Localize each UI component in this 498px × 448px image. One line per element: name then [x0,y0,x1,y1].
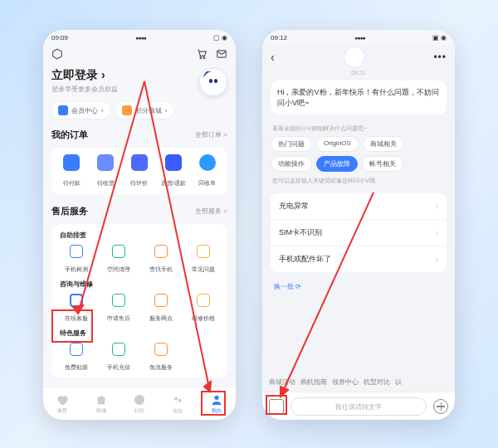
tab-mall[interactable]: 商城 [81,387,120,420]
chip-originos[interactable]: OriginOS [316,136,359,152]
svc-space-clean[interactable]: 空间清理 [97,241,139,278]
bot-avatar [344,46,365,68]
status-right: ▢ ◉ [213,34,227,41]
status-bar: 09:09 ●●●● ▢ ◉ [43,30,236,45]
greeting-bubble: Hi，亲爱的V粉，新年快乐！有什么问题，不妨问问小V吧~ [271,80,447,114]
phone-left-profile: 09:09 ●●●● ▢ ◉ 立即登录 › 登录享受更多会员权益 会员中心 › … [43,30,236,420]
avatar[interactable] [199,68,227,96]
order-recycle[interactable]: 回收单 [190,154,224,188]
cart-icon[interactable] [196,48,208,60]
tab-recommend[interactable]: 推荐 [43,387,81,420]
service-card: 自助排查 手机检测 空间清理 查找手机 常见问题 咨询与维修 在线客服 申请售后… [51,224,227,377]
chevron-right-icon: › [436,228,438,237]
voice-input-field[interactable]: 按住说话转文字 [290,397,427,416]
svg-point-4 [134,395,144,405]
settings-hex-icon[interactable] [51,48,63,60]
svg-point-1 [200,57,202,59]
svc-service-point[interactable]: 服务网点 [139,290,182,327]
order-pending-pay[interactable]: 待付款 [55,154,89,188]
status-bar: 09:12 ●●●● ▣ ◉ [262,30,455,45]
tab-forum[interactable]: 论坛 [159,387,197,420]
tag-item[interactable]: 以 [395,378,402,387]
keyboard-icon[interactable] [269,399,284,414]
back-icon[interactable]: ‹ [271,51,275,64]
status-time: 09:12 [271,34,287,41]
chip-function[interactable]: 功能操作 [271,156,312,172]
hint-capabilities: 看看全能的小V都能解决什么问题吧~ [272,124,445,133]
service-title: 售后服务 [51,205,88,217]
phone-right-chat: 09:12 ●●●● ▣ ◉ ‹ ••• 09:11 Hi，亲爱的V粉，新年快乐… [262,30,455,420]
chip-account[interactable]: 帐号相关 [362,156,403,172]
faq-row[interactable]: 充电异常› [271,193,447,220]
hint-keyword: 您可以直接输入关键词或像这样问小V哦 [272,177,445,185]
bottom-tabbar: 推荐 商城 社区 论坛 我的 [43,387,236,420]
topic-chips: 热门问题 OriginOS 商城相关 功能操作 产品故障 帐号相关 [262,136,455,172]
quick-tags: 商城活动 购机指南 领券中心 机型对比 以 [262,373,455,392]
chat-timestamp: 09:11 [262,70,455,75]
chat-input-bar: 按住说话转文字 [262,392,455,420]
faq-row[interactable]: 手机或配件坏了› [271,246,447,272]
more-icon[interactable]: ••• [433,51,447,63]
order-pending-receive[interactable]: 待收货 [89,154,123,188]
orders-more[interactable]: 全部订单 > [195,130,227,139]
svc-online-support[interactable]: 在线客服 [55,290,97,327]
tab-mine[interactable]: 我的 [198,387,236,420]
svc-free-film[interactable]: 免费贴膜 [55,339,97,376]
svc-phone-check[interactable]: 手机检测 [55,241,97,278]
tag-item[interactable]: 领券中心 [332,378,359,387]
faq-list: 充电异常› SIM卡不识别› 手机或配件坏了› [271,193,447,272]
member-center-pill[interactable]: 会员中心 › [51,102,110,119]
message-icon[interactable] [216,48,227,60]
status-time: 09:09 [51,34,68,41]
svc-recharge[interactable]: 手机充值 [97,339,139,376]
tag-item[interactable]: 购机指南 [300,378,327,387]
status-icons: ●●●● [354,35,365,41]
svc-apply-aftersale[interactable]: 申请售后 [97,290,139,327]
service-more[interactable]: 全部服务 > [195,207,227,216]
chevron-right-icon: › [436,255,438,264]
order-pending-review[interactable]: 待评价 [123,154,157,188]
orders-title: 我的订单 [51,129,88,141]
service-group1-label: 自助排查 [55,229,224,241]
chevron-right-icon: › [436,202,438,211]
svg-point-5 [174,397,178,400]
svc-free-data[interactable]: 免流服务 [139,339,182,376]
status-right: ▣ ◉ [432,34,447,41]
svc-repair-price[interactable]: 维修价格 [182,290,224,327]
svc-find-phone[interactable]: 查找手机 [139,241,182,278]
svg-marker-0 [53,49,62,59]
faq-row[interactable]: SIM卡不识别› [271,220,447,246]
refresh-link[interactable]: 换一批 ⟳ [274,282,443,291]
svg-point-6 [178,398,182,402]
tab-community[interactable]: 社区 [120,387,159,420]
points-mall-pill[interactable]: 积分商城 › [115,102,174,119]
service-group2-label: 咨询与维修 [55,278,224,290]
chip-fault[interactable]: 产品故障 [316,156,358,172]
svg-point-7 [214,395,218,399]
svc-faq[interactable]: 常见问题 [182,241,224,278]
tag-item[interactable]: 商城活动 [269,378,295,387]
chip-hot[interactable]: 热门问题 [271,136,312,152]
orders-row: 待付款 待收货 待评价 退货/退款 回收单 [51,148,227,195]
chip-mall[interactable]: 商城相关 [363,136,404,152]
status-icons: ●●●● [135,35,146,41]
tag-item[interactable]: 机型对比 [364,378,390,387]
order-refund[interactable]: 退货/退款 [156,154,190,188]
service-group3-label: 特色服务 [55,327,224,339]
plus-icon[interactable] [433,399,448,414]
svg-point-2 [203,57,205,59]
